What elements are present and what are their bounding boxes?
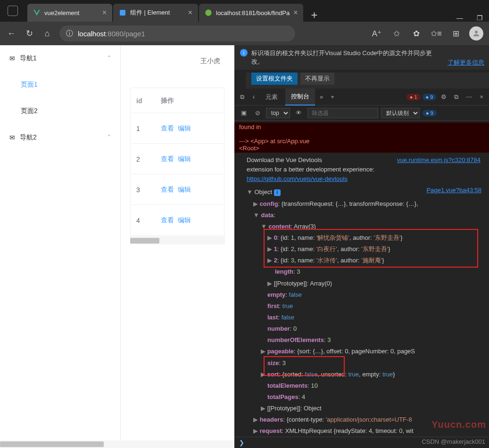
tab-title: vue2element [44,9,79,16]
svg-point-2 [475,31,478,33]
cell-actions: 查看编辑 [156,114,223,144]
console-array-item[interactable]: ▶ 2: {id: 3, name: '水浒传', author: '施耐庵'} [234,255,489,266]
url-input[interactable]: ⓘ localhost:8080/page1 [59,25,295,41]
nav-item-1[interactable]: ✉ 导航1 ˄ [0,45,120,72]
console-prop: number: 0 [234,323,489,334]
cell-id: 2 [132,145,155,174]
data-table: id 操作 1查看编辑2查看编辑3查看编辑4查看编辑 [130,88,224,237]
spring-icon [205,9,212,16]
col-id: id [132,89,155,113]
more-icon[interactable]: ⋯ [463,93,475,100]
close-icon[interactable]: × [188,8,192,17]
svg-point-1 [205,9,211,16]
console-array-item[interactable]: ▶ 1: {id: 2, name: '白夜行', author: '东野圭吾'… [234,244,489,255]
chevron-up-icon: ˄ [108,55,111,62]
devtools-infobar: i 标识项目的根文件夹以打开Visual Studio Code中的源文件并同步… [234,45,489,70]
cell-actions: 查看编辑 [156,175,223,205]
watermark: Yuucn.com [431,419,486,430]
watermark-csdn: CSDN @makerjack001 [422,438,485,445]
mail-icon: ✉ [9,55,15,62]
cell-id: 3 [132,175,155,205]
table-row: 1查看编辑 [132,114,223,144]
dismiss-button[interactable]: 不再显示 [300,73,334,85]
level-select[interactable]: 默认级别 [381,108,420,118]
content-area: 王小虎 id 操作 1查看编辑2查看编辑3查看编辑4查看编辑 < 1 2 3 [121,45,234,448]
tab-title: localhost:8181/book/findPa [216,9,290,16]
favorite-icon[interactable]: ✩ [390,29,403,39]
add-icon[interactable]: + [328,93,337,100]
close-icon[interactable]: × [293,8,298,17]
window-minimize[interactable]: — [450,14,469,22]
table-row: 3查看编辑 [132,175,223,205]
info-count[interactable]: ● 9 [423,94,437,100]
cell-id: 4 [132,206,155,236]
reader-icon[interactable]: A⁺ [370,29,383,39]
console-array-item[interactable]: ▶ 0: {id: 1, name: '解忧杂货铺', author: '东野圭… [234,232,489,244]
context-select[interactable]: top [266,108,290,118]
console-log: Download the Vue Devtools vue.runtime.es… [234,153,489,185]
info-icon: ⓘ [66,29,73,38]
info-count-2[interactable]: ● 9 [423,110,437,116]
device-icon[interactable]: ⫞ [249,93,258,100]
source-link[interactable]: vue.runtime.esm.js?c320:8784 [397,155,484,165]
view-link[interactable]: 查看 [161,216,174,224]
console-toolbar: ▣ ⊘ top 👁 默认级别 ● 9 [234,106,489,121]
edit-link[interactable]: 编辑 [178,124,191,132]
browser-tab-1[interactable]: 组件 | Element × [113,4,198,22]
clear-icon[interactable]: ⊘ [252,109,263,116]
eye-icon[interactable]: 👁 [293,109,305,116]
favorites-bar-icon[interactable]: ✩≡ [430,29,443,39]
tab-console[interactable]: 控制台 [285,89,315,106]
app-scrollbar[interactable] [0,440,234,448]
filter-input[interactable] [307,108,378,118]
tab-title: 组件 | Element [130,8,170,17]
view-link[interactable]: 查看 [161,124,174,132]
browser-tab-2[interactable]: localhost:8181/book/findPa × [199,4,303,22]
chevron-down-icon: ˅ [108,134,111,141]
element-icon [119,9,126,16]
edit-link[interactable]: 编辑 [178,155,191,163]
view-link[interactable]: 查看 [161,186,174,193]
infobar-link[interactable]: 了解更多信息 [448,58,484,67]
viewport: ✉ 导航1 ˄ 页面1 页面2 ✉ 导航2 ˅ 王小虎 id 操作 1查看编辑2… [0,45,489,448]
extensions-icon[interactable]: ✿ [410,29,423,39]
nav-sub-page2[interactable]: 页面2 [0,98,120,124]
horizontal-scrollbar[interactable] [130,237,225,244]
more-tabs-icon[interactable]: » [317,93,326,100]
set-root-button[interactable]: 设置根文件夹 [251,73,298,85]
console-prop: first: true [234,301,489,312]
error-count[interactable]: ● 1 [406,94,421,100]
edit-link[interactable]: 编辑 [178,186,191,193]
window-restore[interactable]: ❐ [470,14,489,22]
home-button[interactable]: ⌂ [41,29,53,39]
new-tab-button[interactable]: + [304,8,324,22]
browser-tab-0[interactable]: vue2element × [27,4,112,22]
sidebar-icon[interactable]: ▣ [238,109,249,116]
infobar-text: 标识项目的根文件夹以打开Visual Studio Code中的源文件并同步更改… [251,49,440,66]
profile-avatar[interactable] [469,26,483,41]
close-devtools-icon[interactable]: × [477,93,486,100]
sidebar: ✉ 导航1 ˄ 页面1 页面2 ✉ 导航2 ˅ [0,45,121,448]
nav-item-2[interactable]: ✉ 导航2 ˅ [0,124,120,151]
vue-icon [33,9,41,16]
edit-link[interactable]: 编辑 [178,216,191,224]
dock-icon[interactable]: ⧉ [451,93,461,101]
sidebar-toggle-icon[interactable] [8,6,18,16]
inspect-icon[interactable]: ⧉ [237,93,247,101]
devtools-url[interactable]: https://github.com/vuejs/vue-devtools [247,175,348,182]
nav-sub-page1[interactable]: 页面1 [0,72,120,98]
info-icon: i [240,49,248,57]
refresh-button[interactable]: ↻ [24,28,35,39]
back-button[interactable]: ← [6,29,17,39]
username-label: 王小虎 [200,57,220,65]
cell-id: 1 [132,114,155,144]
collections-icon[interactable]: ⊞ [449,29,463,39]
browser-tabstrip: vue2element × 组件 | Element × localhost:8… [0,0,489,22]
tab-elements[interactable]: 元素 [260,89,283,106]
settings-icon[interactable]: ⚙ [438,93,449,100]
view-link[interactable]: 查看 [161,155,174,163]
close-icon[interactable]: × [102,8,107,17]
source-link-2[interactable]: Page1.vue?ba43:58 [427,186,485,195]
col-actions: 操作 [156,89,223,113]
svg-rect-0 [120,10,125,16]
